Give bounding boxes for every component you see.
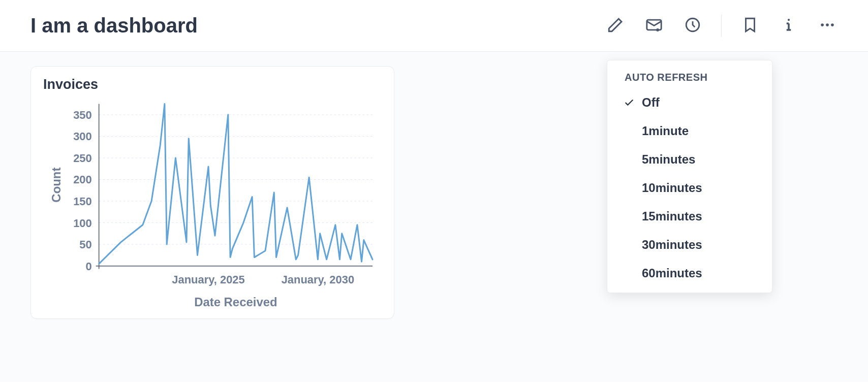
svg-point-5 (831, 23, 834, 26)
dropdown-item-label: Off (642, 95, 660, 110)
toolbar-divider (721, 15, 722, 37)
subscribe-button[interactable] (644, 16, 664, 36)
dropdown-item-15minutes[interactable]: 15minutes (607, 202, 772, 231)
dropdown-item-off[interactable]: Off (607, 88, 772, 117)
info-button[interactable] (779, 16, 799, 36)
dropdown-item-5minutes[interactable]: 5minutes (607, 145, 772, 174)
header: I am a dashboard (0, 0, 868, 52)
chart-line (99, 104, 373, 264)
refresh-button[interactable] (683, 16, 703, 36)
more-button[interactable] (817, 16, 838, 36)
dropdown-item-1minute[interactable]: 1minute (607, 117, 772, 145)
toolbar (605, 15, 838, 37)
y-tick-label: 0 (86, 260, 92, 273)
dropdown-item-label: 5minutes (642, 152, 695, 167)
svg-point-4 (826, 23, 829, 26)
svg-point-3 (821, 23, 824, 26)
y-axis-label: Count (49, 168, 63, 203)
check-icon (623, 210, 636, 223)
dropdown-item-label: 15minutes (642, 209, 702, 223)
dropdown-item-30minutes[interactable]: 30minutes (607, 231, 772, 259)
chart-title: Invoices (43, 77, 382, 92)
check-icon (623, 96, 636, 109)
bookmark-icon (741, 16, 759, 36)
auto-refresh-dropdown: AUTO REFRESH Off1minute5minutes10minutes… (607, 60, 772, 293)
check-icon (623, 267, 636, 280)
x-axis-label: Date Received (194, 295, 277, 309)
info-icon (780, 16, 797, 36)
mail-plus-icon (645, 16, 663, 36)
pencil-icon (607, 16, 624, 36)
y-tick-label: 200 (73, 173, 92, 186)
x-tick-label: January, 2025 (172, 273, 244, 286)
check-icon (623, 124, 636, 138)
dropdown-item-60minutes[interactable]: 60minutes (607, 259, 772, 287)
bookmark-button[interactable] (740, 16, 760, 36)
x-tick-label: January, 2030 (282, 273, 354, 286)
dropdown-item-label: 30minutes (642, 238, 702, 252)
chart-card: Invoices 050100150200250300350January, 2… (30, 66, 394, 319)
chart: 050100150200250300350January, 2025Januar… (43, 99, 382, 312)
dropdown-item-label: 60minutes (642, 266, 702, 280)
dropdown-item-label: 1minute (642, 124, 689, 138)
page-title: I am a dashboard (30, 14, 198, 37)
clock-icon (684, 16, 701, 36)
y-tick-label: 250 (73, 152, 92, 165)
dropdown-header: AUTO REFRESH (607, 72, 772, 88)
ellipsis-icon (819, 16, 836, 36)
y-tick-label: 300 (73, 130, 92, 143)
check-icon (623, 181, 636, 195)
y-tick-label: 50 (79, 238, 91, 251)
y-tick-label: 100 (73, 217, 92, 230)
check-icon (623, 238, 636, 251)
svg-point-2 (788, 18, 790, 20)
y-tick-label: 350 (73, 109, 92, 121)
check-icon (623, 153, 636, 166)
y-tick-label: 150 (73, 195, 92, 208)
dropdown-item-10minutes[interactable]: 10minutes (607, 174, 772, 202)
edit-button[interactable] (605, 16, 626, 36)
dropdown-item-label: 10minutes (642, 181, 702, 195)
